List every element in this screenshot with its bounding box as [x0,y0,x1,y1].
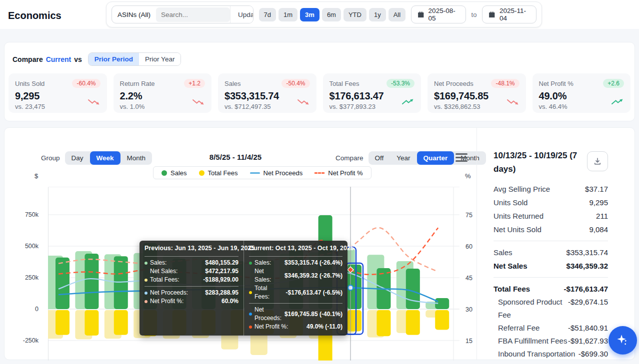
stat-row-avg-selling-price: Avg Selling Price$37.17 [494,182,608,196]
panel-divider-line [494,277,608,278]
1m-range-button[interactable]: 1m [278,8,298,21]
3m-range-button[interactable]: 3m [300,8,320,21]
year-compare-button[interactable]: Year [390,151,416,165]
tooltip-row-label: Net Proceeds: [150,289,188,297]
sales-dot-icon [249,262,252,265]
left-axis-tick: 0 [8,305,38,313]
fee-label: Sponsored Product Fee [498,296,568,322]
down-trend-icon [192,98,205,107]
current-fees-bar[interactable] [406,310,420,335]
fee-row-referral: Referral Fee-$51,840.91 [494,322,608,335]
ai-assistant-button[interactable] [608,326,637,355]
prior-period-toggle-button[interactable]: Prior Period [88,53,139,65]
month-group-button[interactable]: Month [120,151,152,165]
sparkle-icon [616,334,630,348]
profit-dot-icon [249,326,252,329]
tooltip-row-value: -$188,929.00 [203,276,238,284]
fee-value: -$29,674.15 [568,296,608,309]
6m-range-button[interactable]: 6m [322,8,341,21]
current-sales-bar[interactable] [84,254,98,309]
stat-value: $346,359.32 [566,259,608,273]
ytd-range-button[interactable]: YTD [344,8,366,21]
chart-card: Group DayWeekMonth 8/5/25 - 11/4/25 Comp… [4,127,635,360]
tooltip-row-value: $346,359.32 (-26.7%) [284,272,342,280]
legend-label: Sales [170,169,187,177]
chart-menu-icon[interactable] [456,153,468,163]
tooltip-row-value: $169,745.85 (-40.1%) [284,310,342,319]
current-sales-bar[interactable] [114,256,128,309]
group-toggle: DayWeekMonth [65,151,152,165]
compare-bar: Compare Current vs Prior PeriodPrior Yea… [8,52,630,66]
1y-range-button[interactable]: 1y [369,8,386,21]
download-button[interactable] [587,151,608,171]
tooltip-row-value: 60.0% [222,297,238,306]
day-group-button[interactable]: Day [65,151,90,165]
current-sales-bar[interactable] [406,269,420,309]
kpi-card-net-profit-pct: Net Profit %+2.6 49.0% vs. 46.4% [532,73,631,113]
chart-compare-toggle: OffYearQuarterMonth [368,151,486,165]
legend-label: Net Profit % [328,169,362,177]
prior-year-toggle-button[interactable]: Prior Year [139,53,180,65]
current-fees-bar[interactable] [348,310,362,332]
series-dot-icon [199,170,204,176]
fee-row-fba-fulfillment: FBA Fulfillment Fees-$91,627.93 [494,335,608,348]
stat-label: Units Sold [494,196,528,209]
down-trend-icon [297,98,310,107]
stat-value: 9,295 [589,196,608,209]
sales-dot-icon [144,262,148,265]
legend-item-net-profit-[interactable]: Net Profit % [314,169,362,177]
legend-item-net-proceeds[interactable]: Net Proceeds [250,169,303,177]
compare-current-link[interactable]: Current [46,55,72,63]
current-sales-bar[interactable] [56,258,70,309]
spacer-dot-icon [249,274,252,277]
current-fees-bar[interactable] [56,310,70,335]
date-range-presets: 7d1m3m6mYTD1yAll [259,8,406,21]
date-from-picker[interactable]: 2025-08-05 [411,5,466,23]
search-input[interactable] [156,7,230,22]
update-button[interactable]: Update [230,6,254,23]
series-line-icon [250,172,260,174]
week-group-button[interactable]: Week [90,151,120,165]
off-compare-button[interactable]: Off [368,151,390,165]
panel-divider-line [494,241,608,241]
panel-title: 10/13/25 - 10/19/25 (7 days) [494,149,586,176]
current-fees-bar[interactable] [376,310,390,336]
current-fees-bar[interactable] [114,310,128,335]
tooltip-row-label: Net Profit %: [150,297,184,306]
proceeds-marker-circle [348,285,353,290]
profit-dot-icon [144,300,148,303]
left-axis-tick: 250k [8,274,38,282]
legend-item-sales[interactable]: Sales [162,169,187,177]
calendar-icon [488,11,495,18]
all-range-button[interactable]: All [388,8,406,21]
tooltip-current-column: Current: Oct 13, 2025 - Oct 19, 2025 Sal… [244,241,348,336]
spacer-dot-icon [144,270,148,273]
week-detail-panel: 10/13/25 - 10/19/25 (7 days) Avg Selling… [476,128,636,360]
tooltip-row-label: Total Fees: [150,276,180,284]
date-to-picker[interactable]: 2025-11-04 [482,5,536,23]
stat-row-units-sold: Units Sold9,295 [494,196,608,209]
left-axis-tick: 750k [8,211,38,219]
stat-row-units-returned: Units Returned211 [494,209,608,223]
stat-label: Avg Selling Price [494,182,550,196]
7d-range-button[interactable]: 7d [259,8,276,21]
kpi-label: Net Proceeds [434,80,474,87]
current-fees-bar[interactable] [84,310,98,336]
stat-row-total-fees: Total Fees-$176,613.47 [494,282,608,296]
chart-title: 8/5/25 - 11/4/25 [160,153,310,161]
asins-dropdown[interactable]: ASINs (All) [112,11,156,18]
fee-row-sponsored-product: Sponsored Product Fee-$29,674.15 [494,296,608,322]
kpi-change-badge: -60.4% [72,79,100,88]
fees-dot-icon [249,291,252,294]
stat-row-net-sales: Net Sales$346,359.32 [494,259,608,273]
date-to-label: to [472,11,477,18]
left-axis-symbol: $ [34,172,38,180]
legend-item-total-fees[interactable]: Total Fees [199,169,238,177]
header-controls-card: ASINs (All) Update 7d1m3m6mYTD1yAll 2025… [106,1,542,27]
left-axis-tick: -250k [8,337,38,345]
current-fees-bar[interactable] [435,310,449,330]
asin-filter-group: ASINs (All) Update [112,5,254,23]
stat-label: Total Fees [494,282,530,296]
quarter-compare-button[interactable]: Quarter [417,151,454,165]
stat-value: 9,084 [589,223,608,236]
